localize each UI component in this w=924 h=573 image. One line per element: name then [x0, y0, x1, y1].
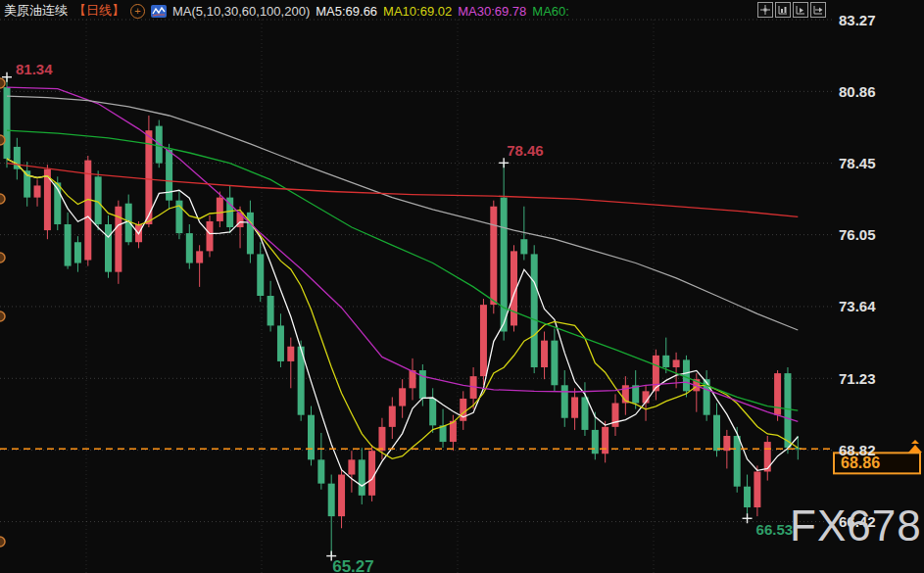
candle-body: [34, 185, 41, 197]
candle-body: [368, 451, 375, 496]
price-annotation: 81.34: [16, 61, 53, 77]
candle-body: [65, 224, 72, 266]
price-axis-label: 83.27: [839, 12, 876, 28]
ma-line-MA60: [7, 130, 798, 410]
event-marker-icon: [0, 78, 5, 88]
symbol-name[interactable]: 美原油连续: [4, 2, 68, 20]
candle-body: [673, 359, 680, 367]
candle-body: [602, 427, 608, 454]
event-marker-icon: [0, 537, 5, 547]
event-marker-icon: [0, 135, 5, 145]
chart-play-icon[interactable]: [793, 2, 808, 18]
candle-body: [520, 239, 527, 254]
candle-body: [389, 406, 396, 427]
candle-body: [257, 254, 264, 296]
crosshair-icon[interactable]: [757, 2, 773, 18]
candle-body: [105, 224, 112, 272]
candle-body: [784, 373, 791, 448]
price-axis-label: 76.05: [839, 226, 876, 243]
ma60-value: MA60:: [532, 4, 569, 19]
ma30-value: MA30:69.78: [458, 4, 526, 19]
candle-body: [561, 385, 568, 417]
price-axis-label: 80.86: [839, 83, 876, 100]
chart-toolbar: [757, 2, 826, 18]
ma-lines: [7, 87, 798, 486]
mini-chart-icon[interactable]: [151, 5, 167, 18]
candle-body: [429, 399, 436, 425]
candle-body: [338, 475, 345, 517]
candle-body: [754, 471, 760, 507]
candle-body: [328, 484, 335, 516]
candle-body: [186, 233, 193, 263]
candle-body: [531, 254, 538, 367]
candle-body: [287, 347, 294, 361]
candle-body: [84, 161, 91, 261]
trading-chart-window: 美原油连续 【日线】 + MA(5,10,30,60,100,200) MA5:…: [0, 0, 924, 573]
candle-body: [774, 373, 781, 415]
price-annotation: 78.46: [507, 142, 544, 159]
chart-header: 美原油连续 【日线】 + MA(5,10,30,60,100,200) MA5:…: [4, 2, 569, 20]
candle-body: [450, 421, 457, 442]
period-label[interactable]: 【日线】: [73, 2, 124, 20]
price-axis-label: 68.82: [839, 442, 876, 458]
candle-body: [359, 459, 365, 496]
price-axis-label: 73.64: [839, 298, 876, 314]
candle-body: [74, 242, 81, 263]
price-axis-label: 71.23: [839, 370, 876, 387]
candle-body: [764, 442, 771, 471]
candle-body: [683, 359, 690, 391]
candle-body: [277, 325, 284, 361]
ma-line-MA30: [7, 87, 798, 421]
price-axis: 83.2780.8678.4576.0573.6471.2368.8266.42: [839, 12, 876, 531]
candle-body: [592, 430, 599, 454]
annotations: 81.3478.4666.5365.27: [2, 61, 793, 573]
candle-body: [348, 459, 355, 474]
ma-summary-label: MA(5,10,30,60,100,200): [172, 4, 310, 19]
candle-body: [207, 221, 214, 251]
candle-body: [440, 425, 447, 442]
candle-body: [378, 427, 385, 451]
candle-body: [308, 415, 315, 460]
candle-body: [734, 436, 741, 487]
candle-body: [217, 198, 223, 221]
candlestick-chart[interactable]: 68.8683.2780.8678.4576.0573.6471.2368.82…: [0, 0, 924, 573]
candle-body: [581, 397, 588, 429]
candle-body: [541, 341, 548, 367]
price-axis-label: 78.45: [839, 155, 876, 171]
candle-body: [480, 305, 487, 376]
candle-body: [267, 296, 274, 325]
event-marker-icon: [0, 311, 5, 321]
scroll-to-latest-icon[interactable]: [908, 440, 922, 453]
candle-body: [662, 356, 669, 367]
candle-body: [399, 388, 406, 406]
candle-body: [713, 415, 720, 452]
candle-body: [501, 198, 508, 332]
chart-forward-icon[interactable]: [810, 2, 826, 18]
candle-body: [4, 87, 11, 159]
price-annotation: 66.53: [756, 521, 794, 538]
ma5-value: MA5:69.66: [316, 4, 377, 19]
candle-body: [571, 397, 578, 417]
candles: [4, 77, 802, 556]
candle-body: [551, 341, 558, 386]
ma10-value: MA10:69.02: [383, 4, 452, 19]
chart-panel-icon[interactable]: [775, 2, 791, 18]
event-marker-icon: [0, 194, 5, 204]
candle-body: [196, 251, 203, 263]
price-annotation: 65.27: [332, 557, 374, 573]
event-marker-icon: [0, 253, 5, 263]
watermark: FX678: [790, 501, 922, 550]
candle-body: [95, 176, 102, 224]
circle-plus-icon[interactable]: +: [130, 4, 145, 19]
grid: [0, 20, 835, 573]
candle-body: [744, 487, 751, 507]
candle-body: [317, 459, 324, 483]
candle-body: [490, 207, 497, 305]
